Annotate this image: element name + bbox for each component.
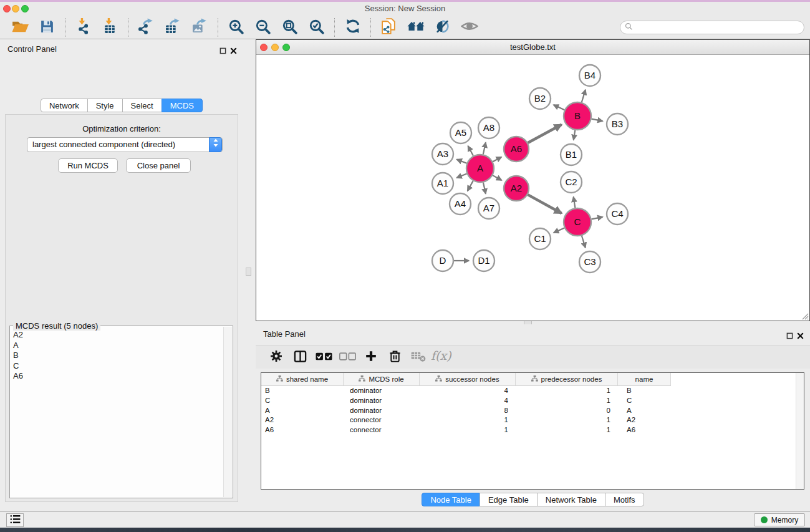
edge-C-C3[interactable] — [582, 236, 586, 248]
net-minimize-button[interactable] — [271, 44, 279, 51]
table-row[interactable]: A2connector11A2 — [261, 415, 804, 425]
edge-C-C4[interactable] — [592, 217, 603, 220]
minimize-window-button[interactable] — [12, 5, 19, 12]
table-cell[interactable]: 1 — [516, 396, 618, 406]
node-A6[interactable]: A6 — [504, 137, 529, 162]
edge-A-A1[interactable] — [456, 174, 466, 178]
table-cell[interactable]: B — [618, 386, 671, 396]
column-header-name[interactable]: name — [618, 373, 671, 386]
table-cell[interactable]: A6 — [618, 425, 671, 435]
zoom-selected-button[interactable] — [303, 17, 330, 37]
close-table-panel-icon[interactable] — [797, 331, 804, 342]
gear-button[interactable] — [264, 347, 288, 367]
node-A7[interactable]: A7 — [478, 198, 499, 219]
node-C2[interactable]: C2 — [561, 172, 582, 193]
resize-grip-icon[interactable] — [800, 311, 809, 320]
table-scrollbar[interactable] — [796, 373, 804, 489]
criterion-dropdown[interactable]: largest connected component (directed) — [27, 137, 223, 152]
columns-button[interactable] — [288, 347, 312, 367]
edge-C-C2[interactable] — [574, 197, 576, 208]
add-button[interactable] — [359, 347, 383, 367]
table-cell[interactable]: A2 — [261, 415, 344, 425]
deselect-all-button[interactable] — [335, 347, 359, 367]
tab-network[interactable]: Network — [41, 99, 88, 112]
table-cell[interactable]: dominator — [344, 396, 420, 406]
export-table-button[interactable] — [160, 17, 186, 37]
column-header-successor-nodes[interactable]: successor nodes — [420, 373, 516, 386]
table-cell[interactable]: 4 — [420, 396, 516, 406]
table-cell[interactable]: 1 — [420, 415, 516, 425]
table-cell[interactable]: B — [261, 386, 344, 396]
tab-mcds[interactable]: MCDS — [162, 99, 203, 112]
maximize-window-button[interactable] — [21, 5, 29, 12]
node-B2[interactable]: B2 — [529, 88, 551, 109]
network-canvas[interactable]: B4 B2 B B3 A5 A8 A6 B1 A3 A C2 A1 A2 — [256, 55, 809, 321]
network-window-titlebar[interactable]: testGlobe.txt — [256, 40, 809, 55]
close-panel-icon[interactable] — [230, 46, 237, 57]
search-field[interactable] — [620, 21, 804, 34]
zoom-out-button[interactable] — [249, 17, 276, 37]
table-cell[interactable]: 1 — [516, 386, 618, 396]
edge-B-B2[interactable] — [554, 105, 565, 110]
search-input[interactable] — [635, 23, 804, 32]
node-A5[interactable]: A5 — [450, 122, 471, 143]
table-cell[interactable]: 1 — [516, 425, 618, 435]
table-row[interactable]: A6connector11A6 — [261, 425, 804, 435]
node-A4[interactable]: A4 — [450, 193, 471, 215]
table-cell[interactable]: dominator — [344, 386, 420, 396]
edge-A-A8[interactable] — [483, 143, 486, 155]
edge-A-A2[interactable] — [493, 175, 501, 180]
delete-table-button[interactable] — [407, 347, 430, 367]
table-cell[interactable]: A — [261, 406, 344, 416]
result-item[interactable]: A — [13, 341, 223, 351]
result-item[interactable]: C — [13, 361, 223, 372]
node-B1[interactable]: B1 — [561, 144, 582, 165]
tab-node-table[interactable]: Node Table — [422, 493, 480, 506]
function-button[interactable]: f(x) — [430, 347, 454, 367]
node-A1[interactable]: A1 — [432, 173, 453, 194]
table-cell[interactable]: dominator — [344, 406, 420, 416]
refresh-button[interactable] — [339, 17, 366, 37]
close-panel-button[interactable]: Close panel — [126, 158, 191, 173]
result-item[interactable]: A2 — [13, 330, 223, 341]
close-window-button[interactable] — [3, 5, 11, 12]
node-C1[interactable]: C1 — [529, 228, 551, 249]
vertical-splitter-handle[interactable] — [246, 268, 251, 276]
edge-B-B4[interactable] — [582, 90, 586, 102]
edge-A-A4[interactable] — [468, 181, 473, 191]
edge-A6-B[interactable] — [528, 125, 562, 143]
net-maximize-button[interactable] — [282, 44, 290, 51]
zoom-fit-button[interactable] — [276, 17, 303, 37]
node-C[interactable]: C — [564, 208, 591, 236]
table-cell[interactable]: A2 — [618, 415, 671, 425]
node-B3[interactable]: B3 — [607, 114, 628, 135]
export-image-button[interactable] — [186, 17, 213, 37]
node-D1[interactable]: D1 — [473, 250, 494, 271]
open-folder-button[interactable] — [7, 17, 34, 37]
table-row[interactable]: Adominator80A — [261, 406, 804, 416]
column-header-MCDS-role[interactable]: MCDS role — [344, 373, 420, 386]
export-network-button[interactable] — [133, 17, 160, 37]
clone-network-button[interactable] — [375, 17, 402, 37]
table-cell[interactable]: 0 — [516, 406, 618, 416]
table-cell[interactable]: 1 — [420, 425, 516, 435]
table-cell[interactable]: 4 — [420, 386, 516, 396]
table-cell[interactable]: 1 — [516, 415, 618, 425]
edge-A-A3[interactable] — [456, 160, 466, 163]
memory-button[interactable]: Memory — [754, 513, 805, 526]
edge-B-B3[interactable] — [592, 119, 603, 122]
tab-motifs[interactable]: Motifs — [605, 493, 644, 506]
task-history-button[interactable] — [6, 513, 24, 527]
network-graph[interactable]: B4 B2 B B3 A5 A8 A6 B1 A3 A C2 A1 A2 — [256, 55, 809, 321]
column-header-shared-name[interactable]: shared name — [261, 373, 344, 386]
table-cell[interactable]: 8 — [420, 406, 516, 416]
table-cell[interactable]: connector — [344, 415, 420, 425]
run-mcds-button[interactable]: Run MCDS — [58, 158, 118, 173]
hide-labels-button[interactable] — [429, 17, 456, 37]
node-A[interactable]: A — [466, 155, 494, 182]
edge-C-C1[interactable] — [554, 228, 564, 233]
import-table-button[interactable] — [97, 17, 123, 37]
edge-B-B1[interactable] — [574, 130, 576, 140]
node-B4[interactable]: B4 — [579, 65, 600, 86]
node-C4[interactable]: C4 — [607, 203, 628, 225]
